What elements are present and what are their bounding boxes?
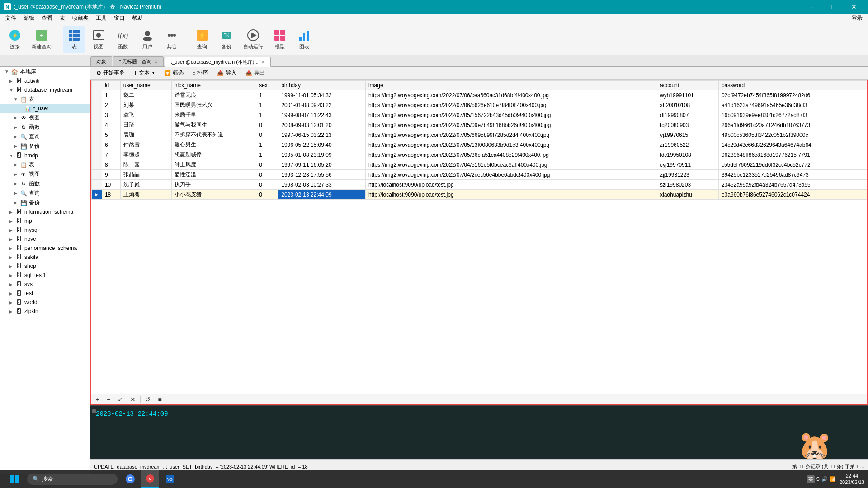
table-cell-image[interactable]: https://img2.woyaogexing.com/2022/07/05/… [365, 140, 657, 150]
sidebar-item-functions[interactable]: ▶ fx 函数 [0, 122, 90, 132]
table-cell-password[interactable]: a41d1623a749691a5465e36d38cf3 [718, 100, 867, 110]
query-tool[interactable]: ⚡ 查询 [191, 26, 213, 53]
table-cell-id[interactable]: 6 [102, 140, 120, 150]
start-transaction-button[interactable]: ⚙ 开始事务 [92, 68, 129, 78]
sidebar-item-views[interactable]: ▶ 👁 视图 [0, 113, 90, 122]
table-cell-image[interactable]: https://img2.woyaogexing.com/2022/07/04/… [365, 170, 657, 180]
table-cell-nick_name[interactable]: 想赢别喊停 [171, 150, 256, 160]
table-cell-sex[interactable]: 1 [256, 150, 278, 160]
taskbar-time[interactable]: 22:44 2023/02/13 [840, 473, 864, 486]
sidebar-item-hmdp[interactable]: ▼ 🗄 hmdp [0, 151, 90, 160]
table-cell-nick_name[interactable]: 傲气与我同生 [171, 120, 256, 130]
minimize-button[interactable]: ─ [802, 0, 823, 14]
table-row[interactable]: 4田琦傲气与我同生02008-09-03 12:01:20https://img… [92, 120, 867, 130]
sidebar-item-hmdp-tables[interactable]: ▶ 📋 表 [0, 160, 90, 169]
table-cell-password[interactable]: 16b091939e9ee8301c26772ad87f3 [718, 110, 867, 120]
menu-edit[interactable]: 编辑 [20, 14, 38, 23]
menu-table[interactable]: 表 [56, 14, 69, 23]
table-cell-nick_name[interactable]: 不拆穿不代表不知道 [171, 130, 256, 140]
sidebar-item-activiti[interactable]: ▶ 🗄 activiti [0, 76, 90, 85]
table-cell-id[interactable]: 1 [102, 90, 120, 100]
table-cell-sex[interactable]: 1 [256, 90, 278, 100]
col-header-username[interactable]: user_name [120, 81, 171, 90]
table-cell-image[interactable]: https://img2.woyaogexing.com/2022/07/05/… [365, 110, 657, 120]
table-row[interactable]: 5袁珈不拆穿不代表不知道01997-06-15 03:22:13https://… [92, 130, 867, 140]
sidebar-item-performance-schema[interactable]: ▶ 🗄 performance_schema [0, 244, 90, 253]
table-cell-account[interactable]: xh20010108 [657, 100, 719, 110]
sidebar-item-information-schema[interactable]: ▶ 🗄 information_schema [0, 207, 90, 216]
table-cell-sex[interactable]: 0 [256, 130, 278, 140]
table-cell-id[interactable]: 9 [102, 170, 120, 180]
taskbar-app-vscode[interactable]: VS [161, 470, 179, 488]
taskbar-app-chrome[interactable] [121, 470, 139, 488]
table-cell-account[interactable]: zr19960522 [657, 140, 719, 150]
export-button[interactable]: 📤 导出 [241, 68, 269, 78]
table-cell-user_name[interactable]: 李德超 [120, 150, 171, 160]
connect-tool[interactable]: ⚡ 连接 [4, 26, 26, 53]
sidebar-item-backups[interactable]: ▶ 💾 备份 [0, 141, 90, 151]
sidebar-item-world[interactable]: ▶ 🗄 world [0, 298, 90, 307]
sort-button[interactable]: ↕ 排序 [189, 68, 212, 78]
table-cell-account[interactable]: df19990807 [657, 110, 719, 120]
table-cell-id[interactable]: 2 [102, 100, 120, 110]
table-cell-user_name[interactable]: 沈子岚 [120, 180, 171, 190]
menu-window[interactable]: 窗口 [110, 14, 128, 23]
table-cell-id[interactable]: 3 [102, 110, 120, 120]
table-cell-birthday[interactable]: 1997-06-15 03:22:13 [278, 130, 366, 140]
start-button[interactable] [4, 472, 25, 486]
table-cell-sex[interactable]: 0 [256, 160, 278, 170]
table-cell-user_name[interactable]: 刘某 [120, 100, 171, 110]
stop-button[interactable]: ■ [155, 395, 164, 404]
menu-favorites[interactable]: 收藏夹 [69, 14, 92, 23]
table-cell-sex[interactable]: 0 [256, 120, 278, 130]
taskbar-search[interactable]: 🔍 搜索 [27, 474, 118, 485]
new-query-tool[interactable]: + 新建查询 [28, 26, 55, 53]
col-header-birthday[interactable]: birthday [278, 81, 366, 90]
menu-view[interactable]: 查看 [38, 14, 56, 23]
table-cell-nick_name[interactable]: 暖心男生 [171, 140, 256, 150]
table-cell-id[interactable]: 4 [102, 120, 120, 130]
sidebar-item-sakila[interactable]: ▶ 🗄 sakila [0, 253, 90, 262]
table-cell-birthday[interactable]: 2023-02-13 22:44:09 [278, 190, 366, 200]
table-cell-image[interactable]: https://img2.woyaogexing.com/2022/07/05/… [365, 130, 657, 140]
col-header-image[interactable]: image [365, 81, 657, 90]
table-cell-account[interactable]: szl19980203 [657, 180, 719, 190]
table-cell-password[interactable]: 02cf9472eb7454f365f8199972482d6 [718, 90, 867, 100]
table-cell-birthday[interactable]: 1998-02-03 10:27:33 [278, 180, 366, 190]
table-cell-password[interactable]: 266a1fd9661c20a71246db10763773 [718, 120, 867, 130]
table-cell-password[interactable]: 14c29d43c66d32629643a64674ab64 [718, 140, 867, 150]
table-row[interactable]: ►18王灿骞小小花皮猪02023-02-13 22:44:09http://lo… [92, 190, 867, 200]
col-header-sex[interactable]: sex [256, 81, 278, 90]
table-row[interactable]: 9张晶晶酷性泛滥01993-12-23 17:55:56https://img2… [92, 170, 867, 180]
sidebar-item-mysql[interactable]: ▶ 🗄 mysql [0, 225, 90, 235]
table-cell-birthday[interactable]: 1995-01-08 23:19:09 [278, 150, 366, 160]
sidebar-item-hmdp-views[interactable]: ▶ 👁 视图 [0, 169, 90, 179]
delete-row-button[interactable]: − [104, 395, 113, 404]
table-cell-image[interactable]: https://img2.woyaogexing.com/2022/07/06/… [365, 90, 657, 100]
table-cell-birthday[interactable]: 1993-12-23 17:55:56 [278, 170, 366, 180]
table-row[interactable]: 1魏二踏雪无痕11999-11-01 05:34:32https://img2.… [92, 90, 867, 100]
table-row[interactable]: 7李德超想赢别喊停11995-01-08 23:19:09https://img… [92, 150, 867, 160]
tab-close-2-icon[interactable]: ✕ [261, 60, 265, 65]
col-header-nickname[interactable]: nick_name [171, 81, 256, 90]
user-tool[interactable]: 用户 [136, 26, 159, 53]
sidebar-item-test[interactable]: ▶ 🗄 test [0, 289, 90, 298]
sidebar-item-mp[interactable]: ▶ 🗄 mp [0, 216, 90, 225]
table-cell-account[interactable]: ldc19950108 [657, 150, 719, 160]
table-cell-birthday[interactable]: 2008-09-03 12:01:20 [278, 120, 366, 130]
table-cell-image[interactable]: http://localhost:9090/upload/test.jpg [365, 190, 657, 200]
table-cell-sex[interactable]: 1 [256, 140, 278, 150]
table-cell-image[interactable]: http://localhost:9090/upload/test.jpg [365, 180, 657, 190]
sidebar-item-hmdp-queries[interactable]: ▶ 🔍 查询 [0, 188, 90, 198]
cancel-edit-button[interactable]: ✕ [127, 395, 138, 404]
table-row[interactable]: 6仲然雪暖心男生11996-05-22 15:09:40https://img2… [92, 140, 867, 150]
table-cell-user_name[interactable]: 张晶晶 [120, 170, 171, 180]
table-cell-image[interactable]: https://img2.woyaogexing.com/2022/07/04/… [365, 160, 657, 170]
table-cell-nick_name[interactable]: 酷性泛滥 [171, 170, 256, 180]
sidebar-item-hmdp-functions[interactable]: ▶ fx 函数 [0, 179, 90, 188]
function-tool[interactable]: f(x) 函数 [112, 26, 134, 53]
table-row[interactable]: 2刘某国民暖男张艺兴12001-01-08 09:43:22https://im… [92, 100, 867, 110]
menu-help[interactable]: 帮助 [128, 14, 146, 23]
table-cell-sex[interactable]: 0 [256, 170, 278, 180]
table-cell-image[interactable]: https://img2.woyaogexing.com/2022/07/06/… [365, 100, 657, 110]
